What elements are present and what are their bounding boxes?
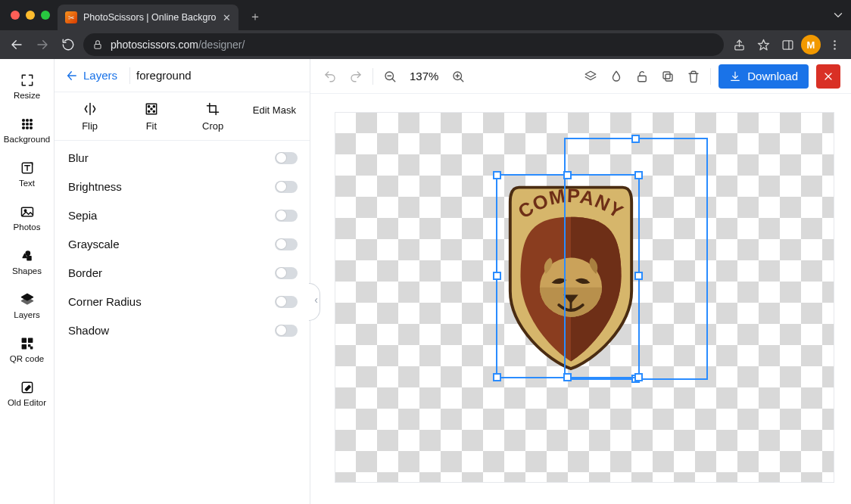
rail-label: Layers	[14, 310, 40, 319]
toggle-blur[interactable]	[275, 152, 298, 164]
tool-edit-mask[interactable]: Edit Mask	[248, 101, 301, 117]
rail-shapes[interactable]: Shapes	[0, 241, 54, 282]
toggle-border[interactable]	[275, 267, 298, 279]
rail-background[interactable]: Background	[0, 109, 54, 150]
canvas-stage[interactable]: COMPANY	[310, 94, 851, 504]
droplet-icon[interactable]	[607, 67, 625, 86]
rail-old-editor[interactable]: Old Editor	[0, 372, 54, 413]
close-editor-button[interactable]	[816, 64, 840, 89]
zoom-out-button[interactable]	[381, 67, 399, 86]
lock-icon	[92, 39, 103, 50]
selection-handle[interactable]	[563, 171, 572, 179]
svg-point-8	[834, 44, 836, 46]
toggle-brightness[interactable]	[275, 181, 298, 193]
toggle-corner-radius[interactable]	[275, 296, 298, 308]
selection-handle[interactable]	[634, 171, 643, 179]
download-button[interactable]: Download	[719, 64, 809, 89]
svg-rect-32	[28, 338, 32, 342]
svg-rect-28	[27, 257, 31, 260]
omnibox[interactable]: photoscissors.com/designer/	[83, 33, 724, 56]
browser-tab[interactable]: ✂ PhotoScissors | Online Backgro ✕	[58, 5, 238, 30]
redo-button	[347, 67, 365, 86]
rail-label: Photos	[14, 222, 41, 232]
svg-point-43	[153, 110, 154, 112]
svg-point-11	[26, 120, 28, 122]
selection-handle[interactable]	[631, 135, 640, 143]
selection-handle[interactable]	[634, 373, 643, 381]
duplicate-icon[interactable]	[659, 67, 677, 86]
adjust-blur: Blur	[68, 144, 298, 173]
panel-side-icon[interactable]	[777, 34, 798, 55]
undo-button	[321, 67, 339, 86]
svg-rect-55	[663, 72, 670, 79]
rail-text[interactable]: Text	[0, 153, 54, 194]
tool-crop[interactable]: Crop	[186, 101, 239, 132]
svg-point-16	[22, 127, 24, 129]
fit-icon	[144, 101, 159, 117]
bookmark-star-icon[interactable]	[753, 34, 774, 55]
toggle-grayscale[interactable]	[275, 238, 298, 250]
tab-strip: ✂ PhotoScissors | Online Backgro ✕ ＋	[0, 0, 851, 30]
kebab-menu-icon[interactable]	[824, 34, 845, 55]
svg-point-9	[834, 48, 836, 50]
panel-title: foreground	[136, 69, 192, 82]
svg-rect-54	[666, 74, 672, 81]
tab-title: PhotoScissors | Online Backgro	[83, 12, 217, 23]
nav-reload-button[interactable]	[58, 34, 79, 55]
panel-back-button[interactable]: Layers	[55, 69, 128, 82]
rail-photos[interactable]: Photos	[0, 197, 54, 238]
svg-point-17	[26, 127, 28, 129]
nav-back-button[interactable]	[6, 34, 27, 55]
svg-point-12	[30, 120, 32, 122]
svg-marker-4	[758, 39, 768, 49]
svg-rect-53	[638, 76, 647, 82]
address-bar: photoscissors.com/designer/ M	[0, 30, 851, 59]
rail-label: Text	[19, 179, 35, 188]
panel-back-label: Layers	[83, 69, 117, 82]
adjust-border: Border	[68, 259, 298, 288]
window-zoom-icon[interactable]	[41, 11, 50, 20]
selection-handle[interactable]	[493, 373, 501, 381]
zoom-in-button[interactable]	[449, 67, 467, 86]
svg-line-46	[392, 79, 395, 82]
share-icon[interactable]	[728, 34, 750, 55]
tab-overflow-icon[interactable]	[825, 0, 851, 30]
tool-label: Fit	[146, 121, 157, 132]
close-icon	[822, 70, 834, 82]
layers-icon[interactable]	[581, 67, 600, 86]
selection-handle[interactable]	[493, 171, 501, 179]
window-minimize-icon[interactable]	[26, 11, 35, 20]
properties-panel: Layers foreground Flip Fit Crop Edit Mas…	[55, 59, 310, 504]
selection-handle[interactable]	[634, 272, 643, 280]
svg-point-42	[148, 110, 149, 112]
svg-point-14	[26, 123, 28, 126]
tool-fit[interactable]: Fit	[125, 101, 178, 132]
app-root: Resize Background Text Photos Shapes Lay…	[0, 59, 851, 504]
svg-point-27	[26, 251, 30, 255]
svg-point-41	[153, 106, 154, 107]
toggle-sepia[interactable]	[275, 210, 298, 222]
selection-handle[interactable]	[493, 272, 501, 280]
tool-flip[interactable]: Flip	[64, 101, 117, 132]
zoom-level[interactable]: 137%	[407, 70, 441, 82]
selection-handle[interactable]	[563, 373, 572, 381]
new-tab-button[interactable]: ＋	[245, 6, 266, 27]
svg-line-49	[460, 79, 463, 82]
profile-avatar[interactable]: M	[801, 35, 821, 54]
rail-layers[interactable]: Layers	[0, 285, 54, 325]
rail-qrcode[interactable]: QR code	[0, 328, 54, 369]
unlock-icon[interactable]	[633, 67, 651, 86]
rail-resize[interactable]: Resize	[0, 65, 54, 106]
browser-chrome: ✂ PhotoScissors | Online Backgro ✕ ＋ pho…	[0, 0, 851, 59]
panel-breadcrumb: Layers foreground	[55, 59, 310, 92]
svg-point-7	[834, 40, 836, 42]
window-close-icon[interactable]	[11, 11, 20, 20]
selection-inner[interactable]	[496, 174, 640, 378]
tab-close-icon[interactable]: ✕	[223, 12, 231, 23]
svg-point-25	[24, 210, 26, 212]
tab-favicon-icon: ✂	[65, 11, 77, 23]
trash-icon[interactable]	[684, 67, 703, 86]
left-rail: Resize Background Text Photos Shapes Lay…	[0, 59, 55, 504]
adjust-label: Corner Radius	[68, 295, 142, 308]
toggle-shadow[interactable]	[275, 325, 298, 337]
